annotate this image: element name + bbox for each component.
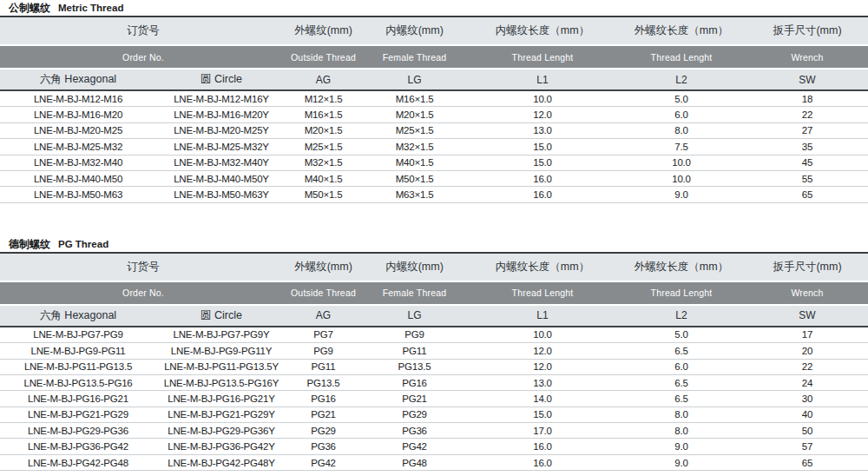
order-no-circle-cell: LNE-M-BJ-PG16-PG21Y: [156, 393, 286, 404]
metric-thread-section: 公制螺纹 Metric Thread 订货号 外螺纹(mm) 内螺纹(mm) 内…: [0, 0, 868, 203]
order-no-hexagonal-cell: LNE-M-BJ-PG29-PG36: [0, 426, 156, 436]
subheader-sw: SW: [746, 74, 868, 86]
header-thread-length-outer-en: Thread Lenght: [616, 52, 746, 63]
header-row-en: Order No. Outside Thread Female Thread T…: [0, 46, 868, 68]
thread-length-l2-cell: 10.0: [616, 157, 746, 168]
outside-thread-cell: M50×1.5: [286, 189, 360, 200]
order-no-circle-cell: LNE-M-BJ-M12-M16Y: [156, 94, 286, 104]
thread-length-l1-cell: 16.0: [469, 441, 616, 452]
header-order-no-cn: 订货号: [0, 260, 286, 274]
outside-thread-cell: M25×1.5: [286, 142, 360, 152]
header-wrench-en: Wrench: [746, 52, 868, 63]
subheader-row: 六角 Hexagonal 圆 Circle AG LG L1 L2 SW: [0, 69, 868, 91]
order-no-circle-cell: LNE-M-BJ-PG11-PG13.5Y: [156, 361, 286, 372]
header-thread-length-outer-cn: 外螺纹长度（mm）: [616, 23, 746, 38]
female-thread-cell: M32×1.5: [360, 142, 469, 152]
order-no-hexagonal-cell: LNE-M-BJ-M25-M32: [0, 142, 156, 152]
outside-thread-cell: M20×1.5: [286, 125, 360, 136]
thread-length-l2-cell: 8.0: [616, 125, 746, 136]
thread-length-l1-cell: 16.0: [469, 189, 616, 200]
header-thread-length-outer-cn: 外螺纹长度（mm）: [616, 260, 746, 274]
thread-length-l2-cell: 5.0: [616, 94, 746, 104]
thread-length-l1-cell: 12.0: [469, 361, 616, 372]
table-row: LNE-M-BJ-PG16-PG21 LNE-M-BJ-PG16-PG21Y P…: [0, 391, 868, 407]
subheader-l1: L1: [469, 309, 616, 321]
order-no-circle-cell: LNE-M-BJ-M16-M20Y: [156, 109, 286, 120]
outside-thread-cell: PG7: [286, 329, 360, 340]
section-title-cn: 公制螺纹: [9, 1, 50, 16]
wrench-size-cell: 24: [746, 378, 868, 388]
order-no-circle-cell: LNE-M-BJ-PG42-PG48Y: [156, 458, 286, 468]
wrench-size-cell: 18: [746, 94, 868, 104]
outside-thread-cell: M12×1.5: [286, 94, 360, 104]
female-thread-cell: M40×1.5: [360, 157, 469, 168]
thread-length-l2-cell: 6.0: [616, 361, 746, 372]
header-wrench-cn: 扳手尺寸(mm): [746, 23, 868, 38]
female-thread-cell: PG29: [360, 409, 469, 420]
subheader-sw: SW: [746, 309, 868, 321]
subheader-lg: LG: [360, 309, 469, 321]
thread-length-l2-cell: 5.0: [616, 329, 746, 340]
wrench-size-cell: 40: [746, 409, 868, 420]
wrench-size-cell: 55: [746, 174, 868, 184]
order-no-hexagonal-cell: LNE-M-BJ-M20-M25: [0, 125, 156, 136]
table-row: LNE-M-BJ-PG7-PG9 LNE-M-BJ-PG7-PG9Y PG7 P…: [0, 327, 868, 343]
female-thread-cell: PG36: [360, 426, 469, 436]
header-order-no-en: Order No.: [0, 288, 286, 298]
wrench-size-cell: 65: [746, 458, 868, 468]
header-female-thread-en: Female Thread: [360, 52, 469, 63]
header-order-no-en: Order No.: [0, 52, 286, 63]
subheader-lg: LG: [360, 74, 469, 86]
outside-thread-cell: M16×1.5: [286, 109, 360, 120]
female-thread-cell: PG11: [360, 346, 469, 356]
thread-length-l1-cell: 15.0: [469, 142, 616, 152]
outside-thread-cell: M40×1.5: [286, 174, 360, 184]
wrench-size-cell: 27: [746, 125, 868, 136]
subheader-circle: 圆 Circle: [156, 72, 286, 87]
section-title-cn: 德制螺纹: [9, 237, 50, 252]
section-title-en: PG Thread: [58, 239, 108, 249]
thread-length-l2-cell: 8.0: [616, 426, 746, 436]
section-title: 德制螺纹 PG Thread: [0, 236, 868, 252]
header-thread-length-inner-cn: 内螺纹长度（mm）: [469, 23, 616, 38]
female-thread-cell: M16×1.5: [360, 94, 469, 104]
order-no-circle-cell: LNE-M-BJ-M25-M32Y: [156, 142, 286, 152]
header-female-thread-en: Female Thread: [360, 288, 469, 298]
order-no-circle-cell: LNE-M-BJ-M20-M25Y: [156, 125, 286, 136]
header-wrench-en: Wrench: [746, 288, 868, 298]
header-female-thread-cn: 内螺纹(mm): [360, 260, 469, 274]
wrench-size-cell: 30: [746, 393, 868, 404]
subheader-ag: AG: [286, 74, 360, 86]
table-row: LNE-M-BJ-M50-M63 LNE-M-BJ-M50-M63Y M50×1…: [0, 187, 868, 202]
subheader-hexagonal: 六角 Hexagonal: [0, 308, 156, 323]
order-no-hexagonal-cell: LNE-M-BJ-PG13.5-PG16: [0, 378, 156, 388]
subheader-hexagonal: 六角 Hexagonal: [0, 72, 156, 87]
female-thread-cell: PG13.5: [360, 361, 469, 372]
wrench-size-cell: 65: [746, 189, 868, 200]
table-row: LNE-M-BJ-PG42-PG48 LNE-M-BJ-PG42-PG48Y P…: [0, 455, 868, 471]
outside-thread-cell: PG11: [286, 361, 360, 372]
pg-thread-section: 德制螺纹 PG Thread 订货号 外螺纹(mm) 内螺纹(mm) 内螺纹长度…: [0, 236, 868, 472]
header-thread-length-outer-en: Thread Lenght: [616, 288, 746, 298]
wrench-size-cell: 22: [746, 361, 868, 372]
thread-length-l1-cell: 16.0: [469, 174, 616, 184]
thread-length-l2-cell: 7.5: [616, 142, 746, 152]
table-row: LNE-M-BJ-PG11-PG13.5 LNE-M-BJ-PG11-PG13.…: [0, 360, 868, 375]
header-outside-thread-cn: 外螺纹(mm): [286, 23, 360, 38]
order-no-hexagonal-cell: LNE-M-BJ-M50-M63: [0, 189, 156, 200]
outside-thread-cell: PG42: [286, 458, 360, 468]
section-title-en: Metric Thread: [58, 3, 123, 13]
thread-length-l1-cell: 16.0: [469, 458, 616, 468]
order-no-circle-cell: LNE-M-BJ-PG9-PG11Y: [156, 346, 286, 356]
metric-thread-table: 订货号 外螺纹(mm) 内螺纹(mm) 内螺纹长度（mm） 外螺纹长度（mm） …: [0, 16, 868, 203]
order-no-circle-cell: LNE-M-BJ-PG13.5-PG16Y: [156, 378, 286, 388]
table-row: LNE-M-BJ-PG9-PG11 LNE-M-BJ-PG9-PG11Y PG9…: [0, 343, 868, 359]
thread-length-l1-cell: 10.0: [469, 329, 616, 340]
female-thread-cell: M63×1.5: [360, 189, 469, 200]
header-outside-thread-en: Outside Thread: [286, 52, 360, 63]
outside-thread-cell: PG36: [286, 441, 360, 452]
order-no-circle-cell: LNE-M-BJ-PG7-PG9Y: [156, 329, 286, 340]
subheader-row: 六角 Hexagonal 圆 Circle AG LG L1 L2 SW: [0, 306, 868, 327]
header-order-no-cn: 订货号: [0, 23, 286, 38]
order-no-circle-cell: LNE-M-BJ-PG36-PG42Y: [156, 441, 286, 452]
